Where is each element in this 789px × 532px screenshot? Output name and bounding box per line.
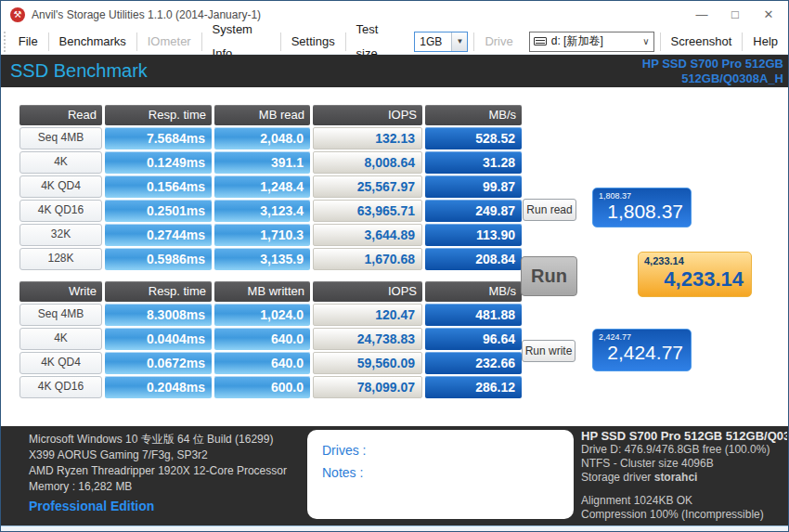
read-resp-cell: 0.2501ms	[105, 200, 212, 222]
test-size-select[interactable]: 1GB ▼	[414, 32, 468, 52]
read-header-label: Read	[19, 105, 102, 125]
read-score-box: 1,808.37 1,808.37	[592, 188, 692, 227]
test-size-value: 1GB	[415, 35, 451, 48]
write-mb-cell: 640.0	[214, 352, 310, 374]
system-info-block: Microsoft Windows 10 专业版 64 位 Build (162…	[29, 432, 287, 495]
device-line2: 512GB/Q0308A_H	[642, 71, 783, 86]
storage-driver-line: Storage driver storahci	[581, 471, 787, 485]
write-resp-cell: 0.0672ms	[105, 352, 212, 374]
chevron-down-icon: ∨	[642, 36, 649, 46]
write-row-label[interactable]: Seq 4MB	[19, 304, 102, 326]
read-resp-cell: 0.1249ms	[105, 151, 212, 174]
anvil-app-icon: ⚒	[10, 7, 25, 22]
menu-iometer: IOmeter	[137, 30, 201, 54]
write-row-label[interactable]: 4K QD16	[19, 376, 102, 398]
write-header-mbs: MB/s	[425, 281, 522, 302]
app-window: ⚒ Anvil's Storage Utilities 1.1.0 (2014-…	[0, 0, 789, 532]
write-resp-cell: 0.2048ms	[105, 376, 212, 398]
write-resp-cell: 8.3008ms	[105, 304, 212, 326]
read-row-label[interactable]: 4K QD4	[19, 175, 102, 198]
read-row-label[interactable]: 128K	[19, 248, 102, 270]
write-row-label[interactable]: 4K	[19, 328, 102, 350]
write-mb-cell: 640.0	[214, 328, 310, 350]
maximize-button[interactable]: □	[719, 1, 751, 29]
alignment-line: Alignment 1024KB OK	[581, 494, 787, 508]
device-name: HP SSD S700 Pro 512GB 512GB/Q0308A_H	[642, 57, 783, 86]
read-mb-cell: 1,710.3	[214, 224, 310, 246]
drive-filesystem: NTFS - Cluster size 4096B	[581, 457, 787, 471]
cpu-line: AMD Ryzen Threadripper 1920X 12-Core Pro…	[29, 463, 287, 479]
menu-settings[interactable]: Settings	[281, 30, 345, 54]
read-row-label[interactable]: 4K	[19, 151, 102, 174]
read-header-resp: Resp. time	[105, 105, 212, 125]
read-score-large: 1,808.37	[607, 201, 683, 223]
read-iops-cell: 3,644.89	[313, 224, 422, 246]
drive-select[interactable]: d: [新加卷] ∨	[529, 32, 654, 52]
run-read-button[interactable]: Run read	[523, 199, 576, 221]
disk-icon	[534, 37, 547, 45]
read-iops-cell: 1,670.68	[313, 248, 422, 270]
write-mbs-cell: 286.12	[425, 376, 522, 398]
menu-screenshot[interactable]: Screenshot	[661, 30, 743, 54]
read-resp-cell: 7.5684ms	[105, 127, 212, 149]
read-iops-cell: 8,008.64	[313, 151, 422, 174]
read-mb-cell: 391.1	[214, 151, 310, 174]
read-resp-cell: 0.1564ms	[105, 175, 212, 198]
memory-line: Memory : 16,282 MB	[29, 479, 287, 495]
write-table: Write Resp. time MB written IOPS MB/s Se…	[19, 281, 522, 398]
read-mbs-cell: 528.52	[425, 127, 522, 149]
read-score-small: 1,808.37	[599, 191, 631, 201]
read-mbs-cell: 208.84	[425, 248, 522, 270]
write-iops-cell: 59,560.09	[313, 352, 422, 374]
write-header-label: Write	[19, 281, 102, 302]
bottom-panel: Microsoft Windows 10 专业版 64 位 Build (162…	[1, 426, 788, 526]
write-iops-cell: 24,738.83	[313, 328, 422, 350]
write-resp-cell: 0.0404ms	[105, 328, 212, 350]
drives-notes-box[interactable]: Drives : Notes :	[307, 430, 574, 519]
write-mbs-cell: 481.88	[425, 304, 522, 326]
run-button[interactable]: Run	[521, 256, 577, 296]
motherboard-line: X399 AORUS Gaming 7/F3g, SP3r2	[29, 448, 287, 463]
minimize-button[interactable]: —	[686, 1, 718, 29]
storage-driver-label: Storage driver	[581, 471, 654, 484]
read-mb-cell: 3,135.9	[214, 248, 310, 270]
read-row-label[interactable]: 32K	[19, 224, 102, 246]
menu-file[interactable]: File	[8, 30, 48, 54]
read-iops-cell: 25,567.97	[313, 175, 422, 198]
read-iops-cell: 63,965.71	[313, 200, 422, 222]
read-mb-cell: 2,048.0	[214, 127, 310, 149]
read-mbs-cell: 99.87	[425, 175, 522, 198]
menu-help[interactable]: Help	[743, 30, 788, 54]
menu-benchmarks[interactable]: Benchmarks	[49, 30, 136, 54]
drive-model: HP SSD S700 Pro 512GB 512GB/Q0308A	[581, 429, 787, 443]
total-score-small: 4,233.14	[644, 255, 684, 266]
write-mbs-cell: 232.66	[425, 352, 522, 374]
close-button[interactable]: ✕	[753, 1, 784, 29]
read-mbs-cell: 31.28	[425, 151, 522, 174]
read-header-iops: IOPS	[313, 105, 422, 125]
write-row-label[interactable]: 4K QD4	[19, 352, 102, 374]
read-header-mb: MB read	[214, 105, 310, 125]
read-mb-cell: 3,123.4	[214, 200, 310, 222]
notes-label: Notes :	[322, 465, 363, 480]
write-score-small: 2,424.77	[599, 332, 631, 342]
dropdown-arrow-icon[interactable]: ▼	[451, 32, 467, 51]
storage-driver-value: storahci	[654, 471, 698, 484]
device-line1: HP SSD S700 Pro 512GB	[642, 57, 783, 71]
read-iops-cell: 132.13	[313, 127, 422, 149]
read-row-label[interactable]: 4K QD16	[19, 200, 102, 222]
read-mbs-cell: 249.87	[425, 200, 522, 222]
write-header-iops: IOPS	[313, 281, 422, 302]
run-write-button[interactable]: Run write	[522, 340, 576, 362]
write-mbs-cell: 96.64	[425, 328, 522, 350]
read-row-label[interactable]: Seq 4MB	[19, 127, 102, 149]
spacer	[581, 485, 787, 494]
read-resp-cell: 0.2744ms	[105, 224, 212, 246]
benchmark-header: SSD Benchmark HP SSD S700 Pro 512GB 512G…	[1, 55, 788, 87]
compression-line: Compression 100% (Incompressible)	[581, 508, 787, 522]
drive-label: Drive	[474, 30, 523, 54]
drives-label: Drives :	[322, 443, 366, 458]
os-line: Microsoft Windows 10 专业版 64 位 Build (162…	[29, 432, 287, 448]
write-iops-cell: 120.47	[313, 304, 422, 326]
read-header-mbs: MB/s	[425, 105, 522, 125]
